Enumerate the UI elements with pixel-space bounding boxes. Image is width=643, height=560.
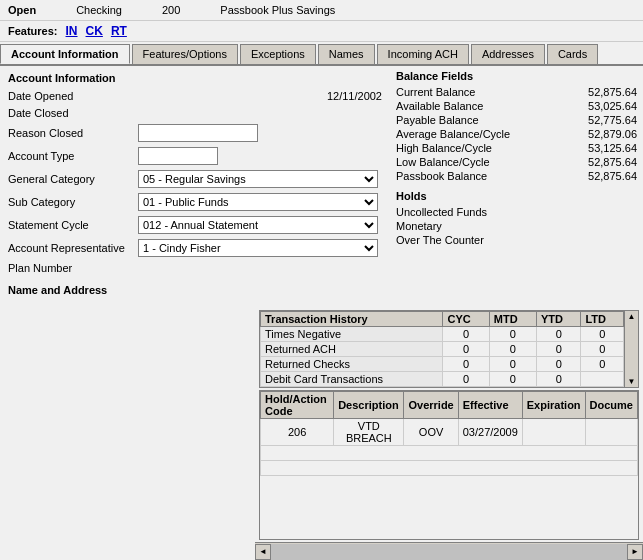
empty-row bbox=[261, 461, 638, 476]
reason-closed-row: Reason Closed bbox=[8, 124, 382, 142]
row-mtd: 0 bbox=[489, 372, 536, 387]
scroll-up-arrow[interactable]: ▲ bbox=[628, 312, 636, 321]
statement-cycle-row: Statement Cycle 012 - Annual Statement bbox=[8, 216, 382, 234]
row-ytd: 0 bbox=[536, 357, 581, 372]
hold-effective-value: 03/27/2009 bbox=[458, 419, 522, 446]
balance-passbook-label: Passbook Balance bbox=[396, 170, 487, 182]
hold-description-value: VTD BREACH bbox=[334, 419, 404, 446]
row-cyc: 0 bbox=[443, 327, 489, 342]
balance-fields-title: Balance Fields bbox=[396, 70, 637, 82]
th-override: Override bbox=[404, 392, 458, 419]
hold-action-container: Hold/Action Code Description Override Ef… bbox=[259, 390, 639, 540]
balance-payable-amount: 52,775.64 bbox=[588, 114, 637, 126]
sub-category-row: Sub Category 01 - Public Funds bbox=[8, 193, 382, 211]
row-label: Returned ACH bbox=[261, 342, 443, 357]
row-label: Returned Checks bbox=[261, 357, 443, 372]
reason-closed-input[interactable] bbox=[138, 124, 258, 142]
account-number-item: 200 bbox=[162, 4, 180, 16]
table-row: Times Negative 0 0 0 0 bbox=[261, 327, 624, 342]
balance-high-amount: 53,125.64 bbox=[588, 142, 637, 154]
holds-monetary: Monetary bbox=[396, 220, 637, 232]
balance-high: High Balance/Cycle 53,125.64 bbox=[396, 142, 637, 154]
name-address-section: Name and Address bbox=[8, 284, 382, 296]
plan-number-label: Plan Number bbox=[8, 262, 138, 274]
tab-features-options[interactable]: Features/Options bbox=[132, 44, 238, 64]
table-row: 206 VTD BREACH OOV 03/27/2009 bbox=[261, 419, 638, 446]
row-cyc: 0 bbox=[443, 372, 489, 387]
feature-rt[interactable]: RT bbox=[111, 24, 127, 38]
account-name-value: Passbook Plus Savings bbox=[220, 4, 335, 16]
holds-uncollected: Uncollected Funds bbox=[396, 206, 637, 218]
status-label: Open bbox=[8, 4, 36, 16]
account-rep-select[interactable]: 1 - Cindy Fisher bbox=[138, 239, 378, 257]
account-type-input[interactable] bbox=[138, 147, 218, 165]
scroll-right-arrow[interactable]: ► bbox=[627, 544, 643, 560]
holds-counter: Over The Counter bbox=[396, 234, 637, 246]
th-ytd: YTD bbox=[536, 312, 581, 327]
tab-account-information[interactable]: Account Information bbox=[0, 44, 130, 64]
date-closed-label: Date Closed bbox=[8, 107, 138, 119]
balance-average-amount: 52,879.06 bbox=[588, 128, 637, 140]
bottom-section: Transaction History CYC MTD YTD LTD Time… bbox=[255, 308, 643, 542]
scroll-left-arrow[interactable]: ◄ bbox=[255, 544, 271, 560]
account-type-item: Checking bbox=[76, 4, 122, 16]
tab-exceptions[interactable]: Exceptions bbox=[240, 44, 316, 64]
table-row: Returned ACH 0 0 0 0 bbox=[261, 342, 624, 357]
general-category-select[interactable]: 05 - Regular Savings bbox=[138, 170, 378, 188]
tab-names[interactable]: Names bbox=[318, 44, 375, 64]
balance-average: Average Balance/Cycle 52,879.06 bbox=[396, 128, 637, 140]
balance-fields-section: Balance Fields Current Balance 52,875.64… bbox=[396, 70, 637, 182]
features-label: Features: bbox=[8, 25, 58, 37]
balance-passbook-amount: 52,875.64 bbox=[588, 170, 637, 182]
scroll-track[interactable] bbox=[271, 544, 627, 560]
row-ltd: 0 bbox=[581, 327, 624, 342]
table-row: Returned Checks 0 0 0 0 bbox=[261, 357, 624, 372]
row-ytd: 0 bbox=[536, 342, 581, 357]
th-effective: Effective bbox=[458, 392, 522, 419]
th-hold-code: Hold/Action Code bbox=[261, 392, 334, 419]
statement-cycle-select[interactable]: 012 - Annual Statement bbox=[138, 216, 378, 234]
date-opened-row: Date Opened 12/11/2002 bbox=[8, 90, 382, 102]
feature-ck[interactable]: CK bbox=[86, 24, 103, 38]
balance-average-label: Average Balance/Cycle bbox=[396, 128, 510, 140]
row-mtd: 0 bbox=[489, 342, 536, 357]
plan-number-row: Plan Number bbox=[8, 262, 382, 274]
hold-code-value: 206 bbox=[261, 419, 334, 446]
holds-title: Holds bbox=[396, 190, 637, 202]
row-label: Times Negative bbox=[261, 327, 443, 342]
scrollbar-vertical[interactable]: ▲ ▼ bbox=[624, 311, 638, 387]
scroll-down-arrow[interactable]: ▼ bbox=[628, 377, 636, 386]
balance-high-label: High Balance/Cycle bbox=[396, 142, 492, 154]
account-name-item: Passbook Plus Savings bbox=[220, 4, 335, 16]
tab-cards[interactable]: Cards bbox=[547, 44, 598, 64]
balance-current-amount: 52,875.64 bbox=[588, 86, 637, 98]
balance-payable-label: Payable Balance bbox=[396, 114, 479, 126]
tab-addresses[interactable]: Addresses bbox=[471, 44, 545, 64]
hold-action-table: Hold/Action Code Description Override Ef… bbox=[260, 391, 638, 476]
feature-in[interactable]: IN bbox=[66, 24, 78, 38]
row-ytd: 0 bbox=[536, 372, 581, 387]
table-row bbox=[261, 461, 638, 476]
sub-category-select[interactable]: 01 - Public Funds bbox=[138, 193, 378, 211]
balance-passbook: Passbook Balance 52,875.64 bbox=[396, 170, 637, 182]
row-ltd: 0 bbox=[581, 342, 624, 357]
general-category-label: General Category bbox=[8, 173, 138, 185]
balance-available-amount: 53,025.64 bbox=[588, 100, 637, 112]
hold-expiration-value bbox=[522, 419, 585, 446]
tab-incoming-ach[interactable]: Incoming ACH bbox=[377, 44, 469, 64]
name-address-title: Name and Address bbox=[8, 284, 382, 296]
account-status: Open bbox=[8, 4, 36, 16]
th-cyc: CYC bbox=[443, 312, 489, 327]
row-mtd: 0 bbox=[489, 327, 536, 342]
date-opened-value: 12/11/2002 bbox=[138, 90, 382, 102]
th-document: Docume bbox=[585, 392, 637, 419]
statement-cycle-label: Statement Cycle bbox=[8, 219, 138, 231]
account-type-value: Checking bbox=[76, 4, 122, 16]
date-opened-label: Date Opened bbox=[8, 90, 138, 102]
transaction-history-container: Transaction History CYC MTD YTD LTD Time… bbox=[259, 310, 639, 388]
bottom-scrollbar[interactable]: ◄ ► bbox=[255, 542, 643, 560]
th-ltd: LTD bbox=[581, 312, 624, 327]
balance-low: Low Balance/Cycle 52,875.64 bbox=[396, 156, 637, 168]
balance-low-amount: 52,875.64 bbox=[588, 156, 637, 168]
hold-document-value bbox=[585, 419, 637, 446]
